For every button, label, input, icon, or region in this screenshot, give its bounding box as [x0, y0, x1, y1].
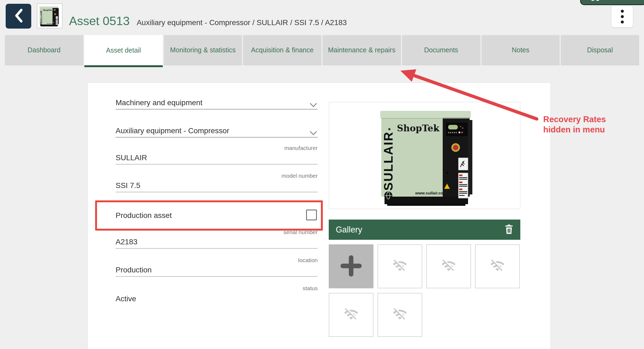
image-unavailable-icon	[392, 307, 407, 323]
gallery-empty-tile[interactable]	[329, 293, 373, 337]
more-options-button[interactable]	[611, 5, 633, 28]
subcategory-dropdown[interactable]: Auxiliary equipment - Compressor	[116, 126, 318, 138]
gallery-empty-tile[interactable]	[378, 293, 422, 337]
tab-maintenance-repairs[interactable]: Maintenance & repairs	[323, 35, 401, 65]
model-number-label: model number	[116, 173, 318, 179]
gallery-add-photo-tile[interactable]	[329, 244, 373, 288]
tab-acquisition-finance[interactable]: Acquisition & finance	[243, 35, 321, 65]
serial-number-field[interactable]: A2183	[116, 238, 318, 249]
gallery-empty-tile[interactable]	[475, 244, 520, 288]
asset-thumbnail-image	[39, 5, 61, 27]
serial-number-label: serial number	[116, 229, 318, 235]
annotation-line-1: Recovery Rates	[543, 114, 606, 125]
kebab-menu-icon	[621, 10, 624, 13]
tab-monitoring-statistics[interactable]: Monitoring & statistics	[164, 35, 242, 65]
location-field[interactable]: Production	[116, 266, 318, 277]
production-asset-label: Production asset	[116, 211, 318, 220]
production-asset-checkbox[interactable]	[306, 210, 317, 220]
gallery-title: Gallery	[336, 225, 362, 235]
model-number-field[interactable]: SSI 7.5	[116, 181, 318, 192]
asset-photo-panel	[329, 102, 520, 209]
page-subtitle: Auxiliary equipment - Compressor / SULLA…	[137, 18, 347, 27]
gallery-header: Gallery	[329, 220, 520, 240]
page-title: Asset 0513	[69, 14, 130, 28]
image-unavailable-icon	[441, 258, 456, 275]
trash-icon[interactable]	[505, 224, 513, 235]
partial-button-text: oo	[581, 0, 644, 3]
tab-disposal[interactable]: Disposal	[561, 35, 639, 65]
annotation-line-2: hidden in menu	[543, 125, 606, 135]
asset-photo	[376, 105, 484, 207]
image-unavailable-icon	[490, 258, 505, 275]
top-right-partial-button[interactable]: oo	[580, 0, 644, 5]
chevron-down-icon	[310, 129, 317, 137]
status-field[interactable]: Active	[116, 295, 318, 306]
annotation-note: Recovery Rates hidden in menu	[543, 114, 606, 135]
gallery-empty-tile[interactable]	[426, 244, 471, 288]
tab-asset-detail[interactable]: Asset detail	[84, 35, 163, 65]
image-unavailable-icon	[392, 258, 407, 275]
manufacturer-field[interactable]: SULLAIR	[116, 153, 318, 165]
back-button[interactable]	[6, 4, 31, 29]
gallery-empty-tile[interactable]	[378, 244, 422, 288]
location-label: location	[116, 257, 318, 264]
page-header: Asset 0513 Auxiliary equipment - Compres…	[69, 14, 347, 28]
image-unavailable-icon	[344, 307, 359, 323]
asset-thumbnail[interactable]	[37, 4, 63, 28]
category-dropdown[interactable]: Machinery and equipment	[116, 98, 318, 110]
tab-notes[interactable]: Notes	[482, 35, 560, 65]
status-label: status	[116, 285, 318, 292]
asset-detail-card: Machinery and equipment Auxiliary equipm…	[88, 83, 551, 349]
tab-dashboard[interactable]: Dashboard	[5, 35, 83, 65]
plus-icon	[341, 255, 362, 278]
tab-bar: Dashboard Asset detail Monitoring & stat…	[5, 35, 639, 65]
tab-documents[interactable]: Documents	[402, 35, 480, 65]
chevron-down-icon	[310, 101, 317, 109]
chevron-left-icon	[13, 8, 25, 25]
manufacturer-label: manufacturer	[116, 145, 318, 151]
